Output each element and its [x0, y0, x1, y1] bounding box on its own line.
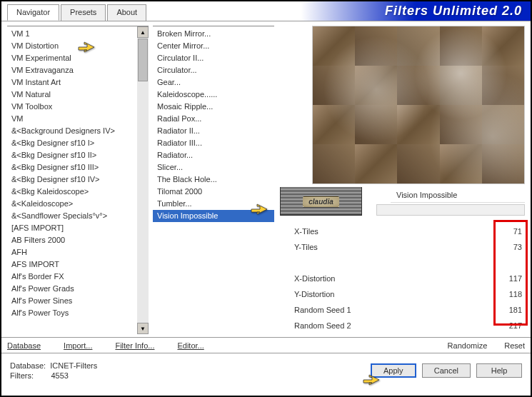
param-value: 117 — [496, 274, 525, 283]
logo: claudia — [280, 187, 362, 216]
progress-bar — [376, 204, 525, 216]
filter-item[interactable]: Vision Impossible — [153, 210, 274, 222]
category-item[interactable]: VM 1 — [7, 28, 137, 40]
cancel-button[interactable]: Cancel — [422, 363, 471, 378]
category-item[interactable]: &<Kaleidoscope> — [7, 198, 137, 210]
category-item[interactable]: VM Toolbox — [7, 101, 137, 113]
category-item[interactable]: Alf's Power Grads — [7, 283, 137, 295]
param-row[interactable]: Y-Tiles73 — [294, 240, 525, 254]
parameters-panel: X-Tiles71Y-Tiles73 X-Distortion117Y-Dist… — [280, 224, 525, 334]
category-item[interactable]: VM Distortion — [7, 40, 137, 52]
category-item[interactable]: VM — [7, 113, 137, 125]
category-item[interactable]: Alf's Power Sines — [7, 295, 137, 307]
filter-item[interactable]: Mosaic Ripple... — [153, 101, 274, 113]
logo-text: claudia — [303, 196, 338, 207]
category-item[interactable]: Alf's Border FX — [7, 271, 137, 283]
title-bar: Filters Unlimited 2.0 — [148, 1, 531, 21]
filter-item[interactable]: Radial Pox... — [153, 113, 274, 125]
scroll-thumb[interactable] — [138, 39, 148, 81]
database-link[interactable]: Database — [7, 341, 41, 350]
category-item[interactable]: &<Background Designers IV> — [7, 125, 137, 137]
help-button[interactable]: Help — [476, 363, 522, 378]
category-item[interactable]: &<Bkg Designer sf10 IV> — [7, 174, 137, 186]
current-filter-name: Vision Impossible — [391, 188, 525, 203]
param-value: 181 — [496, 306, 525, 314]
filter-listbox[interactable]: Broken Mirror...Center Mirror...Circulat… — [153, 26, 274, 334]
footer: Database: ICNET-Filters Filters: 4553 Ap… — [1, 353, 531, 387]
category-item[interactable]: AFS IMPORT — [7, 258, 137, 271]
filter-item[interactable]: Tilomat 2000 — [153, 186, 274, 198]
tab-navigator[interactable]: Navigator — [7, 4, 59, 21]
category-item[interactable]: VM Natural — [7, 89, 137, 101]
filter-item[interactable]: Gear... — [153, 76, 274, 89]
category-item[interactable]: &<Bkg Kaleidoscope> — [7, 186, 137, 198]
tab-presets[interactable]: Presets — [61, 4, 106, 21]
param-label: Y-Distortion — [294, 290, 496, 298]
editor-link[interactable]: Editor... — [177, 341, 204, 350]
app-title: Filters Unlimited 2.0 — [385, 4, 522, 19]
param-label: X-Distortion — [294, 274, 496, 283]
footer-info: Database: ICNET-Filters Filters: 4553 — [10, 361, 371, 381]
category-item[interactable]: VM Experimental — [7, 52, 137, 64]
category-item[interactable]: [AFS IMPORT] — [7, 222, 137, 234]
param-row[interactable]: X-Tiles71 — [294, 224, 525, 238]
category-item[interactable]: Alf's Power Toys — [7, 307, 137, 319]
category-item[interactable]: VM Instant Art — [7, 76, 137, 89]
scroll-up-icon[interactable]: ▲ — [137, 26, 149, 38]
preview-image — [312, 26, 525, 184]
filter-item[interactable]: Slicer... — [153, 161, 274, 174]
param-label: Y-Tiles — [294, 243, 496, 251]
filter-item[interactable]: Radiator II... — [153, 125, 274, 137]
tabs-bar: Navigator Presets About — [1, 1, 148, 21]
param-value: 217 — [496, 321, 525, 330]
param-value: 73 — [496, 243, 525, 251]
scroll-down-icon[interactable]: ▼ — [137, 323, 149, 334]
param-value: 71 — [496, 227, 525, 236]
category-item[interactable]: &<Bkg Designer sf10 II> — [7, 149, 137, 161]
category-item[interactable]: AB Filters 2000 — [7, 234, 137, 246]
filter-item[interactable]: Radiator... — [153, 149, 274, 161]
filter-item[interactable]: The Black Hole... — [153, 174, 274, 186]
category-item[interactable]: &<Bkg Designer sf10 I> — [7, 137, 137, 149]
category-item[interactable]: AFH — [7, 246, 137, 258]
filter-item[interactable]: Circulator II... — [153, 52, 274, 64]
param-row[interactable]: Random Seed 1181 — [294, 303, 525, 317]
filter-info-link[interactable]: Filter Info... — [115, 341, 154, 350]
category-scrollbar[interactable]: ▲ ▼ — [137, 26, 149, 334]
tab-about[interactable]: About — [107, 4, 146, 21]
category-item[interactable]: &<Bkg Designer sf10 III> — [7, 161, 137, 174]
param-label: X-Tiles — [294, 227, 496, 236]
filter-item[interactable]: Center Mirror... — [153, 40, 274, 52]
param-label: Random Seed 1 — [294, 306, 496, 314]
filter-item[interactable]: Broken Mirror... — [153, 28, 274, 40]
apply-button[interactable]: Apply — [371, 363, 416, 378]
category-listbox[interactable]: VM 1VM DistortionVM ExperimentalVM Extra… — [7, 26, 149, 334]
param-row[interactable]: Random Seed 2217 — [294, 318, 525, 333]
category-item[interactable]: VM Extravaganza — [7, 64, 137, 76]
randomize-button[interactable]: Randomize — [448, 341, 488, 350]
param-row[interactable]: X-Distortion117 — [294, 271, 525, 286]
filter-item[interactable]: Radiator III... — [153, 137, 274, 149]
reset-button[interactable]: Reset — [504, 341, 525, 350]
filter-item[interactable]: Tumbler... — [153, 198, 274, 210]
filter-item[interactable]: Kaleidoscope...... — [153, 89, 274, 101]
toolbar: Database Import... Filter Info... Editor… — [1, 337, 531, 353]
filter-item[interactable]: Circulator... — [153, 64, 274, 76]
param-row[interactable]: Y-Distortion118 — [294, 287, 525, 301]
category-item[interactable]: &<Sandflower Specials°v°> — [7, 210, 137, 222]
import-link[interactable]: Import... — [64, 341, 92, 350]
param-label: Random Seed 2 — [294, 321, 496, 330]
param-value: 118 — [496, 290, 525, 298]
